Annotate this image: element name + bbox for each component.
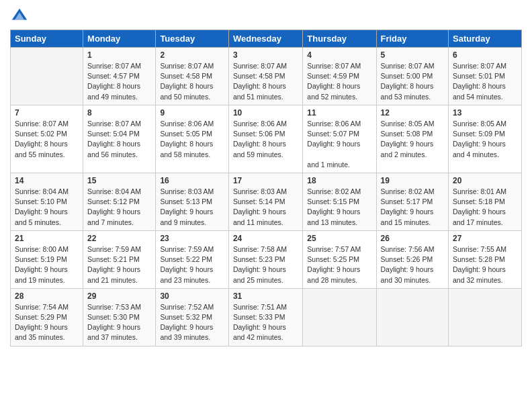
day-number: 4 (307, 50, 371, 60)
day-info: Sunrise: 8:03 AMSunset: 5:14 PMDaylight:… (233, 187, 298, 228)
day-info: Sunrise: 7:52 AMSunset: 5:32 PMDaylight:… (160, 302, 224, 343)
day-number: 18 (307, 176, 371, 185)
day-cell: 2Sunrise: 8:07 AMSunset: 4:58 PMDaylight… (156, 48, 229, 105)
day-number: 20 (453, 176, 517, 185)
day-number: 24 (233, 234, 298, 243)
day-info: Sunrise: 8:07 AMSunset: 5:04 PMDaylight:… (87, 119, 151, 160)
weekday-header-thursday: Thursday (303, 30, 376, 48)
day-info: Sunrise: 7:59 AMSunset: 5:22 PMDaylight:… (160, 244, 224, 285)
week-row-1: 1Sunrise: 8:07 AMSunset: 4:57 PMDaylight… (11, 48, 522, 105)
day-cell: 24Sunrise: 7:58 AMSunset: 5:23 PMDayligh… (228, 230, 302, 288)
weekday-header-friday: Friday (376, 30, 449, 48)
page-container: SundayMondayTuesdayWednesdayThursdayFrid… (0, 0, 532, 353)
logo (10, 7, 32, 26)
day-cell: 3Sunrise: 8:07 AMSunset: 4:58 PMDaylight… (228, 48, 302, 105)
day-info: Sunrise: 7:57 AMSunset: 5:25 PMDaylight:… (307, 244, 371, 285)
day-number: 21 (15, 234, 79, 243)
day-number: 6 (453, 50, 517, 60)
day-info: Sunrise: 8:07 AMSunset: 4:58 PMDaylight:… (233, 61, 298, 102)
day-info: Sunrise: 8:06 AMSunset: 5:05 PMDaylight:… (160, 119, 224, 160)
weekday-header-saturday: Saturday (449, 30, 522, 48)
weekday-header-sunday: Sunday (11, 30, 83, 48)
day-info: Sunrise: 8:06 AMSunset: 5:06 PMDaylight:… (233, 119, 298, 160)
day-info: Sunrise: 7:54 AMSunset: 5:29 PMDaylight:… (15, 302, 79, 343)
day-cell: 9Sunrise: 8:06 AMSunset: 5:05 PMDaylight… (156, 105, 229, 173)
day-number: 16 (160, 176, 224, 185)
day-cell: 22Sunrise: 7:59 AMSunset: 5:21 PMDayligh… (83, 230, 156, 288)
day-number: 30 (160, 291, 224, 301)
day-info: Sunrise: 8:02 AMSunset: 5:17 PMDaylight:… (381, 187, 445, 228)
day-cell (11, 48, 83, 105)
day-cell: 27Sunrise: 7:55 AMSunset: 5:28 PMDayligh… (449, 230, 522, 288)
day-info: Sunrise: 8:05 AMSunset: 5:08 PMDaylight:… (381, 119, 445, 160)
day-cell: 8Sunrise: 8:07 AMSunset: 5:04 PMDaylight… (83, 105, 156, 173)
day-number: 7 (15, 108, 79, 118)
day-number: 9 (160, 108, 224, 118)
day-info: Sunrise: 8:07 AMSunset: 4:57 PMDaylight:… (87, 61, 151, 102)
day-number: 23 (160, 234, 224, 243)
day-cell: 10Sunrise: 8:06 AMSunset: 5:06 PMDayligh… (228, 105, 302, 173)
day-cell (376, 288, 449, 346)
day-cell: 5Sunrise: 8:07 AMSunset: 5:00 PMDaylight… (376, 48, 449, 105)
day-cell: 11Sunrise: 8:06 AMSunset: 5:07 PMDayligh… (303, 105, 376, 173)
day-cell: 15Sunrise: 8:04 AMSunset: 5:12 PMDayligh… (83, 173, 156, 230)
day-info: Sunrise: 8:07 AMSunset: 5:01 PMDaylight:… (453, 61, 517, 102)
day-info: Sunrise: 8:06 AMSunset: 5:07 PMDaylight:… (307, 119, 371, 170)
day-cell: 25Sunrise: 7:57 AMSunset: 5:25 PMDayligh… (303, 230, 376, 288)
header (10, 7, 522, 26)
day-cell: 30Sunrise: 7:52 AMSunset: 5:32 PMDayligh… (156, 288, 229, 346)
day-number: 5 (381, 50, 445, 60)
day-info: Sunrise: 8:04 AMSunset: 5:10 PMDaylight:… (15, 187, 79, 228)
day-info: Sunrise: 8:02 AMSunset: 5:15 PMDaylight:… (307, 187, 371, 228)
day-cell: 16Sunrise: 8:03 AMSunset: 5:13 PMDayligh… (156, 173, 229, 230)
day-number: 26 (381, 234, 445, 243)
week-row-4: 21Sunrise: 8:00 AMSunset: 5:19 PMDayligh… (11, 230, 522, 288)
day-info: Sunrise: 8:05 AMSunset: 5:09 PMDaylight:… (453, 119, 517, 160)
day-cell: 20Sunrise: 8:01 AMSunset: 5:18 PMDayligh… (449, 173, 522, 230)
day-number: 13 (453, 108, 517, 118)
day-cell: 12Sunrise: 8:05 AMSunset: 5:08 PMDayligh… (376, 105, 449, 173)
day-info: Sunrise: 8:00 AMSunset: 5:19 PMDaylight:… (15, 244, 79, 285)
day-number: 14 (15, 176, 79, 185)
day-info: Sunrise: 7:53 AMSunset: 5:30 PMDaylight:… (87, 302, 151, 343)
day-cell: 6Sunrise: 8:07 AMSunset: 5:01 PMDaylight… (449, 48, 522, 105)
day-cell: 13Sunrise: 8:05 AMSunset: 5:09 PMDayligh… (449, 105, 522, 173)
day-cell: 18Sunrise: 8:02 AMSunset: 5:15 PMDayligh… (303, 173, 376, 230)
day-cell: 14Sunrise: 8:04 AMSunset: 5:10 PMDayligh… (11, 173, 83, 230)
weekday-header-wednesday: Wednesday (228, 30, 302, 48)
day-cell: 21Sunrise: 8:00 AMSunset: 5:19 PMDayligh… (11, 230, 83, 288)
weekday-header-row: SundayMondayTuesdayWednesdayThursdayFrid… (11, 30, 522, 48)
day-info: Sunrise: 8:07 AMSunset: 5:02 PMDaylight:… (15, 119, 79, 160)
day-cell: 23Sunrise: 7:59 AMSunset: 5:22 PMDayligh… (156, 230, 229, 288)
day-number: 17 (233, 176, 298, 185)
day-cell: 17Sunrise: 8:03 AMSunset: 5:14 PMDayligh… (228, 173, 302, 230)
week-row-2: 7Sunrise: 8:07 AMSunset: 5:02 PMDaylight… (11, 105, 522, 173)
day-cell (303, 288, 376, 346)
day-number: 1 (87, 50, 151, 60)
day-cell (449, 288, 522, 346)
day-number: 29 (87, 291, 151, 301)
day-info: Sunrise: 8:07 AMSunset: 4:58 PMDaylight:… (160, 61, 224, 102)
week-row-5: 28Sunrise: 7:54 AMSunset: 5:29 PMDayligh… (11, 288, 522, 346)
day-info: Sunrise: 8:03 AMSunset: 5:13 PMDaylight:… (160, 187, 224, 228)
day-number: 28 (15, 291, 79, 301)
day-number: 2 (160, 50, 224, 60)
day-cell: 4Sunrise: 8:07 AMSunset: 4:59 PMDaylight… (303, 48, 376, 105)
day-number: 19 (381, 176, 445, 185)
day-number: 12 (381, 108, 445, 118)
day-number: 25 (307, 234, 371, 243)
day-number: 22 (87, 234, 151, 243)
day-info: Sunrise: 8:07 AMSunset: 4:59 PMDaylight:… (307, 61, 371, 102)
day-cell: 7Sunrise: 8:07 AMSunset: 5:02 PMDaylight… (11, 105, 83, 173)
week-row-3: 14Sunrise: 8:04 AMSunset: 5:10 PMDayligh… (11, 173, 522, 230)
weekday-header-tuesday: Tuesday (156, 30, 229, 48)
day-number: 3 (233, 50, 298, 60)
day-number: 8 (87, 108, 151, 118)
day-number: 15 (87, 176, 151, 185)
day-number: 11 (307, 108, 371, 118)
day-cell: 19Sunrise: 8:02 AMSunset: 5:17 PMDayligh… (376, 173, 449, 230)
day-info: Sunrise: 7:59 AMSunset: 5:21 PMDaylight:… (87, 244, 151, 285)
day-info: Sunrise: 8:07 AMSunset: 5:00 PMDaylight:… (381, 61, 445, 102)
day-info: Sunrise: 7:55 AMSunset: 5:28 PMDaylight:… (453, 244, 517, 285)
day-number: 27 (453, 234, 517, 243)
